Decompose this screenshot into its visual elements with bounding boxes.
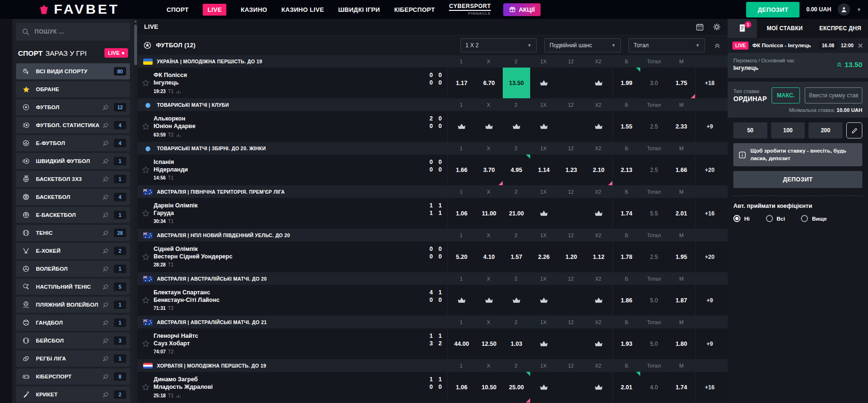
pin-icon[interactable] — [102, 248, 109, 255]
quick-amount-200[interactable]: 200 — [808, 122, 842, 138]
odd-cell-2[interactable]: 4.95 — [503, 154, 530, 185]
league-header[interactable]: АВСТРАЛІЯ | АВСТРАЛІЙСЬКІ МАТЧІ. ДО 201X… — [138, 273, 728, 285]
sidebar-item-теніс[interactable]: ТЕНІС28 — [16, 225, 130, 241]
auto-accept-option-всі[interactable]: Всі — [766, 215, 785, 222]
betslip-deposit-button[interactable]: ДЕПОЗИТ — [733, 171, 862, 188]
odd-cell-12[interactable]: 1.20 — [558, 241, 585, 272]
odd-cell-Тотал[interactable]: 3.0 — [640, 68, 668, 98]
odd-cell-X2[interactable]: 1.12 — [585, 241, 612, 272]
odd-cell-X[interactable]: 4.10 — [475, 241, 503, 272]
nav-item-cybersport-pinnacle[interactable]: CYBERSPORT PINNACLE — [449, 3, 490, 16]
odd-cell-Б[interactable]: 1.93 — [613, 328, 640, 359]
sidebar-item-гандбол[interactable]: ГАНДБОЛ1 — [16, 315, 130, 331]
search-input[interactable] — [34, 28, 124, 35]
pin-icon[interactable] — [102, 319, 109, 326]
pin-icon[interactable] — [102, 355, 109, 362]
sidebar-item-е-футбол[interactable]: Е-ФУТБОЛ4 — [16, 135, 130, 151]
collapse-section-icon[interactable] — [713, 42, 721, 49]
tab-betslip[interactable]: 1 — [728, 19, 757, 38]
nav-item-кіберспорт[interactable]: КІБЕРСПОРТ — [394, 6, 435, 13]
more-markets-button[interactable]: +18 — [696, 68, 724, 98]
league-header[interactable]: ТОВАРИСЬКІ МАТЧІ | КЛУБИ1X21X12X2БТоталМ — [138, 99, 728, 111]
stats-chart-icon[interactable] — [176, 88, 181, 94]
match-row[interactable]: Сідней ОлімпікВестерн Сідней Уондерерс28… — [138, 241, 728, 273]
match-row[interactable]: ІспаніяНідерланди14:56T100001.663.704.95… — [138, 154, 728, 186]
odd-cell-X[interactable]: 11.00 — [475, 198, 503, 229]
favorite-star-icon[interactable] — [138, 328, 154, 359]
more-markets-button[interactable]: +16 — [696, 372, 724, 403]
odd-cell-М[interactable]: 1.66 — [668, 154, 695, 185]
scroll-up-arrow[interactable]: ▲ — [134, 19, 138, 24]
odd-cell-Тотал[interactable]: 4.0 — [640, 372, 668, 403]
odd-cell-X[interactable]: 10.50 — [475, 372, 503, 403]
favorite-star-icon[interactable] — [138, 68, 154, 98]
auto-accept-option-вище[interactable]: Вище — [801, 215, 826, 222]
stats-chart-icon[interactable] — [176, 132, 181, 137]
sidebar-item-волейбол[interactable]: ВОЛЕЙБОЛ1 — [16, 261, 130, 277]
pin-icon[interactable] — [102, 266, 109, 273]
odd-cell-1[interactable]: 1.66 — [448, 154, 475, 185]
sidebar-item-настільний-теніс[interactable]: НАСТІЛЬНИЙ ТЕНІС5 — [16, 279, 130, 295]
league-header[interactable]: АВСТРАЛІЯ | АВСТРАЛІЙСЬКІ МАТЧІ. ДО 211X… — [138, 316, 728, 328]
deposit-button[interactable]: ДЕПОЗИТ — [746, 2, 799, 17]
pin-icon[interactable] — [102, 194, 109, 201]
odd-cell-Тотал[interactable]: 5.0 — [640, 285, 668, 316]
odd-cell-М[interactable]: 1.87 — [668, 285, 695, 316]
odd-cell-Тотал[interactable]: 2.5 — [640, 111, 668, 142]
sidebar-item-всі-види-спорту[interactable]: ВСІ ВИДИ СПОРТУ80 — [16, 63, 130, 79]
odd-cell-Б[interactable]: 1.74 — [613, 198, 640, 229]
nav-item-спорт[interactable]: СПОРТ — [167, 6, 189, 13]
sidebar-item-футбол[interactable]: ФУТБОЛ12 — [16, 99, 130, 115]
odd-cell-X[interactable]: 3.70 — [475, 154, 503, 185]
gear-icon[interactable] — [713, 23, 721, 31]
quick-amount-50[interactable]: 50 — [733, 122, 767, 138]
more-markets-button[interactable]: +20 — [696, 154, 724, 185]
odd-cell-М[interactable]: 1.75 — [668, 68, 695, 98]
stats-chart-icon[interactable] — [176, 393, 181, 398]
odd-cell-12[interactable]: 1.23 — [558, 154, 585, 185]
favbet-logo[interactable]: FAVBET — [38, 2, 115, 17]
nav-item-казино-live[interactable]: КАЗИНО LIVE — [282, 6, 324, 13]
odd-cell-Б[interactable]: 1.55 — [613, 111, 640, 142]
match-row[interactable]: Гленорчі НайтсСауз Хобарт74:07T2131244.0… — [138, 328, 728, 360]
pin-icon[interactable] — [102, 212, 109, 219]
pin-icon[interactable] — [102, 104, 109, 111]
sidebar-item-баскетбол-3x3[interactable]: 3x3БАСКЕТБОЛ 3X31 — [16, 171, 130, 187]
sidebar-item-е-баскетбол[interactable]: Е-БАСКЕТБОЛ1 — [16, 207, 130, 223]
match-row[interactable]: Блектаун СпартансБенкстаун-Сіті Лайонс71… — [138, 285, 728, 316]
odd-cell-1X[interactable]: 1.14 — [530, 154, 558, 185]
edit-amount-button[interactable] — [846, 122, 862, 138]
nav-item-promotions[interactable]: АКЦІЇ — [503, 3, 541, 16]
sidebar-item-регбі-ліга[interactable]: РЕГБІ ЛІГА1 — [16, 351, 130, 367]
odd-cell-X2[interactable]: 2.10 — [585, 154, 612, 185]
league-header[interactable]: ХОРВАТІЯ | МОЛОДІЖНА ПЕРШІСТЬ. ДО 191X21… — [138, 360, 728, 372]
match-row[interactable]: Дарвін ОлімпікГаруда30:34T111111.0611.00… — [138, 198, 728, 229]
favorite-star-icon[interactable] — [138, 241, 154, 272]
odd-cell-Тотал[interactable]: 2.5 — [640, 154, 668, 185]
calendar-icon[interactable] — [696, 23, 704, 31]
favorite-star-icon[interactable] — [138, 198, 154, 229]
pin-icon[interactable] — [102, 140, 109, 147]
league-header[interactable]: УКРАЇНА | МОЛОДІЖНА ПЕРШІСТЬ. ДО 191X21X… — [138, 55, 728, 68]
odd-cell-X[interactable]: 12.50 — [475, 328, 503, 359]
more-markets-button[interactable]: +16 — [696, 198, 724, 229]
match-row[interactable]: Динамо ЗагребМладость Ждралові25:18T1101… — [138, 372, 728, 403]
odd-cell-Тотал[interactable]: 5.0 — [640, 328, 668, 359]
nav-item-казино[interactable]: КАЗИНО — [241, 6, 267, 13]
league-header[interactable]: АВСТРАЛІЯ | НПЛ НОВИЙ ПІВДЕННИЙ УЕЛЬС. Д… — [138, 229, 728, 241]
odd-cell-2[interactable]: 1.57 — [503, 241, 530, 272]
more-markets-button[interactable]: +9 — [696, 285, 724, 316]
odd-cell-1[interactable]: 5.20 — [448, 241, 475, 272]
market-dropdown-0[interactable]: 1 X 2▼ — [460, 38, 537, 52]
odd-cell-1[interactable]: 1.06 — [448, 198, 475, 229]
tab-my-bets[interactable]: МОЇ СТАВКИ — [757, 19, 813, 38]
odd-cell-1[interactable]: 1.17 — [448, 68, 475, 98]
auto-accept-option-ні[interactable]: Ні — [733, 215, 750, 222]
odd-cell-Б[interactable]: 2.13 — [613, 154, 640, 185]
odd-cell-Тотал[interactable]: 2.5 — [640, 241, 668, 272]
nav-item-live[interactable]: LIVE — [203, 4, 226, 16]
remove-bet-icon[interactable]: ✕ — [857, 42, 863, 49]
tab-express-day[interactable]: ЕКСПРЕС ДНЯ — [813, 19, 868, 38]
sidebar-item-футбол-статистика[interactable]: ФУТБОЛ. СТАТИСТИКА4 — [16, 117, 130, 133]
odd-cell-М[interactable]: 1.74 — [668, 372, 695, 403]
